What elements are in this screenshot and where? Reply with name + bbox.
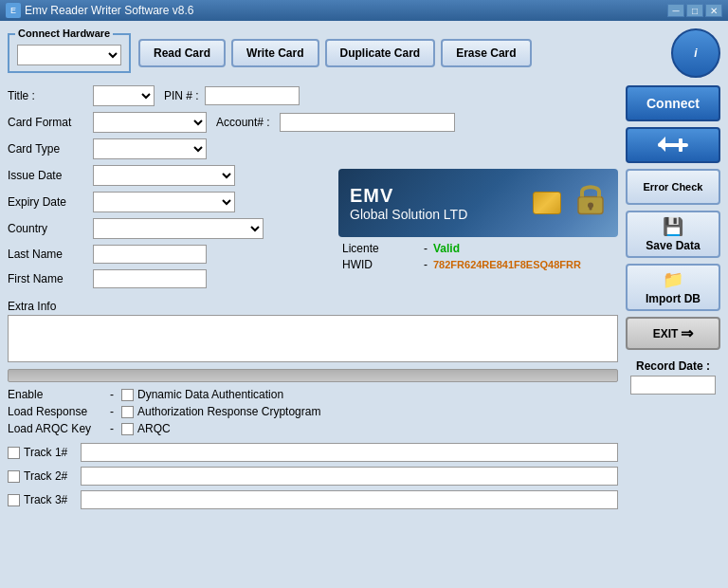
usb-button[interactable] bbox=[626, 127, 720, 163]
top-section: Connect Hardware Read Card Write Card Du… bbox=[8, 28, 720, 78]
track2-checkbox[interactable] bbox=[8, 470, 20, 483]
import-db-label: Import DB bbox=[646, 292, 701, 305]
hardware-select[interactable] bbox=[17, 45, 121, 65]
import-icon: 📁 bbox=[663, 269, 683, 290]
emv-lock-icon bbox=[573, 181, 609, 226]
track3-checkbox[interactable] bbox=[8, 494, 20, 506]
title-select[interactable]: Mr Mrs Ms bbox=[93, 85, 155, 106]
checkboxes-section: Enable - Dynamic Data Authentication Loa… bbox=[8, 388, 618, 435]
hwid-key-label: HWID bbox=[342, 258, 418, 271]
emv-subtitle: Global Solution LTD bbox=[350, 207, 467, 222]
card-format-row: Card Format bbox=[8, 112, 207, 133]
issue-date-select[interactable] bbox=[93, 165, 235, 186]
app-icon: E bbox=[6, 3, 21, 18]
enable-option-text: Dynamic Data Authentication bbox=[137, 388, 283, 401]
country-label: Country bbox=[8, 222, 93, 235]
load-response-checkbox-label[interactable]: Authorization Response Cryptogram bbox=[121, 405, 320, 418]
enable-checkbox-label[interactable]: Dynamic Data Authentication bbox=[121, 388, 283, 401]
title-label: Title : bbox=[8, 89, 93, 102]
maximize-button[interactable]: □ bbox=[686, 4, 703, 17]
save-data-label: Save Data bbox=[646, 239, 700, 252]
first-name-row: First Name bbox=[8, 269, 329, 288]
expiry-date-row: Expiry Date bbox=[8, 192, 329, 212]
svg-rect-6 bbox=[679, 146, 682, 152]
main-container: Connect Hardware Read Card Write Card Du… bbox=[0, 21, 728, 588]
emv-text: EMV Global Solution LTD bbox=[350, 185, 467, 222]
save-data-button[interactable]: 💾 Save Data bbox=[626, 211, 720, 258]
emv-chip-icon bbox=[533, 192, 561, 214]
load-response-row: Load Response - Authorization Response C… bbox=[8, 405, 618, 418]
emv-section: EMV Global Solution LTD bbox=[338, 165, 618, 294]
record-date-input[interactable] bbox=[630, 376, 716, 395]
enable-dash: - bbox=[110, 388, 114, 401]
load-response-label: Load Response bbox=[8, 405, 102, 418]
load-response-dash: - bbox=[110, 405, 114, 418]
enable-label: Enable bbox=[8, 388, 102, 401]
erase-card-button[interactable]: Erase Card bbox=[441, 39, 531, 67]
right-panel: Connect Error Check 💾 Save Data 📁 Import… bbox=[626, 85, 720, 514]
last-name-row: Last Name bbox=[8, 245, 329, 264]
license-dash: - bbox=[424, 242, 428, 255]
enable-checkbox[interactable] bbox=[121, 389, 134, 401]
track3-label: Track 3# bbox=[24, 493, 81, 506]
minimize-button[interactable]: ─ bbox=[667, 4, 684, 17]
write-card-button[interactable]: Write Card bbox=[231, 39, 318, 67]
license-section: Licente - Valid HWID - 782FR624RE841F8ES… bbox=[338, 242, 618, 271]
load-arqc-option-text: ARQC bbox=[137, 422, 171, 435]
first-name-input[interactable] bbox=[93, 269, 207, 288]
track2-label: Track 2# bbox=[24, 469, 81, 483]
duplicate-card-button[interactable]: Duplicate Card bbox=[325, 39, 436, 67]
card-format-select[interactable] bbox=[93, 112, 207, 133]
track1-label: Track 1# bbox=[24, 446, 81, 459]
record-date-label: Record Date : bbox=[636, 359, 710, 373]
enable-row: Enable - Dynamic Data Authentication bbox=[8, 388, 618, 401]
account-input[interactable] bbox=[280, 113, 455, 132]
last-name-input[interactable] bbox=[93, 245, 207, 264]
extra-info-section: Extra Info bbox=[8, 300, 618, 382]
card-type-row: Card Type bbox=[8, 138, 618, 159]
tracks-section: Track 1# Track 2# Track 3# bbox=[8, 443, 618, 509]
date-fields: Issue Date Expiry Date Country bbox=[8, 165, 329, 294]
save-icon: 💾 bbox=[663, 216, 683, 237]
card-type-label: Card Type bbox=[8, 142, 93, 156]
connect-button[interactable]: Connect bbox=[626, 85, 720, 121]
error-check-button[interactable]: Error Check bbox=[626, 169, 720, 205]
emv-title: EMV bbox=[350, 185, 467, 207]
svg-marker-4 bbox=[658, 137, 665, 152]
close-button[interactable]: ✕ bbox=[705, 4, 722, 17]
track1-checkbox[interactable] bbox=[8, 447, 20, 459]
track3-input[interactable] bbox=[81, 490, 618, 509]
track1-input[interactable] bbox=[81, 443, 618, 462]
load-arqc-checkbox-label[interactable]: ARQC bbox=[121, 422, 171, 435]
first-name-label: First Name bbox=[8, 272, 93, 285]
title-bar: E Emv Reader Writer Software v8.6 ─ □ ✕ bbox=[0, 0, 728, 21]
last-name-label: Last Name bbox=[8, 248, 93, 261]
pin-input[interactable] bbox=[205, 86, 300, 105]
issue-date-label: Issue Date bbox=[8, 169, 93, 182]
window-controls: ─ □ ✕ bbox=[667, 4, 722, 17]
action-buttons: Read Card Write Card Duplicate Card Eras… bbox=[138, 39, 532, 67]
track1-row: Track 1# bbox=[8, 443, 618, 462]
expiry-date-select[interactable] bbox=[93, 192, 235, 212]
track2-row: Track 2# bbox=[8, 467, 618, 486]
card-type-select[interactable] bbox=[93, 138, 207, 159]
read-card-button[interactable]: Read Card bbox=[138, 39, 226, 67]
exit-label: EXIT bbox=[653, 327, 679, 340]
expiry-date-label: Expiry Date bbox=[8, 195, 93, 209]
country-row: Country bbox=[8, 218, 329, 239]
load-response-checkbox[interactable] bbox=[121, 406, 134, 418]
load-arqc-checkbox[interactable] bbox=[121, 423, 134, 435]
extra-info-textarea[interactable] bbox=[8, 315, 618, 362]
exit-arrow-icon: ⇒ bbox=[681, 324, 693, 342]
info-button[interactable]: i bbox=[671, 28, 720, 78]
usb-icon bbox=[656, 135, 690, 156]
country-select[interactable] bbox=[93, 218, 264, 239]
exit-button[interactable]: EXIT ⇒ bbox=[626, 317, 720, 350]
connect-hardware-legend: Connect Hardware bbox=[15, 28, 113, 39]
load-response-option-text: Authorization Response Cryptogram bbox=[137, 405, 320, 418]
load-arqc-row: Load ARQC Key - ARQC bbox=[8, 422, 618, 435]
hwid-value: 782FR624RE841F8ESQ48FRR bbox=[433, 259, 581, 270]
svg-rect-2 bbox=[590, 206, 592, 211]
import-db-button[interactable]: 📁 Import DB bbox=[626, 264, 720, 311]
track2-input[interactable] bbox=[81, 467, 618, 486]
